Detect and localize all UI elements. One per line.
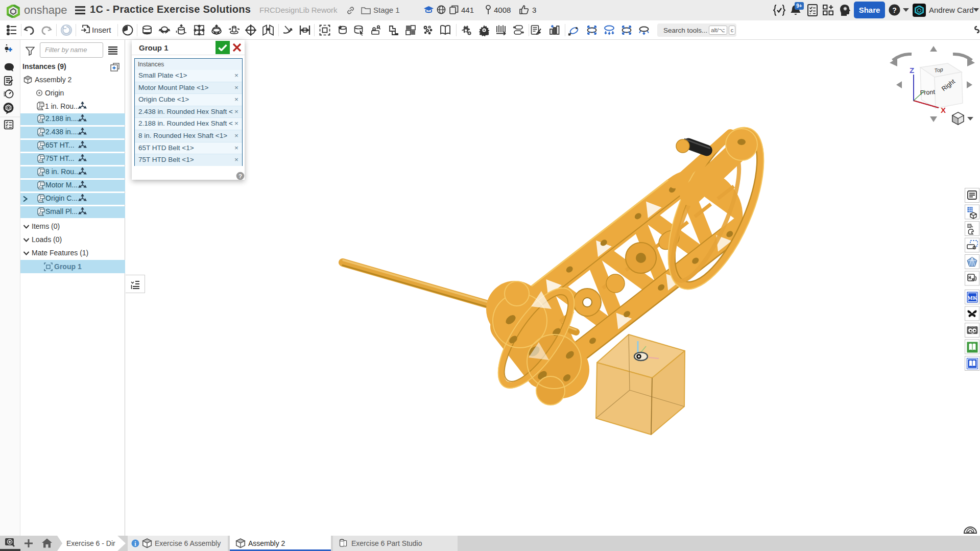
- svg-text:MK: MK: [968, 295, 977, 301]
- svg-text:X: X: [941, 106, 946, 114]
- svg-text:?: ?: [238, 173, 242, 179]
- svg-text:Z: Z: [910, 66, 914, 75]
